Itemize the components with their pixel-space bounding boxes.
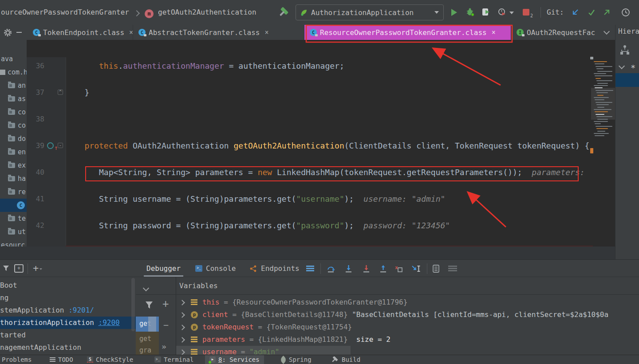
fold-marker[interactable]: -	[58, 143, 63, 148]
tab-console[interactable]: Console	[206, 260, 236, 277]
git-update-button[interactable]	[572, 8, 580, 16]
variable-row-username[interactable]: username = "admin"	[176, 346, 351, 355]
close-icon[interactable]: ×	[492, 28, 496, 36]
debug-button[interactable]	[466, 8, 475, 17]
step-into-icon[interactable]	[344, 265, 353, 273]
project-tree-item-ha[interactable]: ha	[0, 172, 27, 185]
panel-splitter[interactable]	[0, 247, 615, 259]
hierarchy-collapse-icon[interactable]	[619, 63, 625, 69]
project-tree-item-co[interactable]: co	[0, 119, 27, 132]
service-port-link[interactable]: :9200	[99, 318, 120, 327]
console-icon[interactable]: >_	[195, 265, 202, 272]
project-tree-item-te[interactable]: te	[0, 212, 27, 225]
service-item[interactable]: ng	[0, 292, 137, 304]
project-tree-item-co[interactable]: co	[0, 106, 27, 119]
statusbar-item-spring[interactable]: Spring	[280, 355, 312, 364]
drop-frame-icon[interactable]: x	[395, 265, 404, 273]
threads-view-icon[interactable]	[306, 266, 314, 271]
new-window-icon[interactable]: +	[14, 264, 24, 273]
project-tree-item-ava[interactable]: ava	[0, 52, 27, 66]
hierarchy-asterisk-icon[interactable]: ∗	[631, 61, 635, 71]
project-tree-item-en[interactable]: en	[0, 145, 27, 159]
statusbar-item-terminal[interactable]: >_Terminal	[154, 355, 193, 364]
project-tree-item-an[interactable]: an	[0, 79, 27, 92]
remove-watch-icon[interactable]: −	[163, 320, 169, 330]
tab-debugger[interactable]: Debugger	[146, 260, 181, 277]
git-commit-button[interactable]	[588, 8, 596, 16]
close-icon[interactable]: ×	[264, 28, 268, 36]
service-item[interactable]: stemApplication :9201/	[0, 304, 137, 317]
force-step-into-icon[interactable]	[362, 265, 371, 273]
hide-tabs-icon[interactable]	[16, 32, 22, 33]
code-line-39[interactable]: 39- protected OAuth2Authentication getOA…	[27, 139, 615, 153]
service-item[interactable]: nagementApplication	[0, 341, 137, 354]
evaluate-expression-icon[interactable]	[432, 265, 440, 273]
service-port-link[interactable]: :9201/	[68, 306, 94, 314]
frame-item[interactable]: get	[136, 332, 159, 346]
expand-chevron-icon[interactable]	[179, 337, 185, 343]
project-tree-item-as[interactable]: as	[0, 92, 27, 106]
run-with-coverage-button[interactable]	[482, 8, 491, 16]
variables-collapse-icon[interactable]	[143, 285, 149, 291]
frame-item[interactable]: get	[136, 317, 159, 332]
variables-filter-icon[interactable]	[145, 301, 154, 309]
project-tree-item-re[interactable]: re	[0, 185, 27, 199]
stop-button[interactable]	[523, 9, 529, 16]
step-out-icon[interactable]	[379, 265, 388, 273]
expand-chevron-icon[interactable]	[179, 312, 185, 318]
close-icon[interactable]: ×	[129, 28, 133, 36]
statusbar-item-problems[interactable]: Problems	[2, 355, 32, 364]
code-line-37[interactable]: 37^ }	[27, 86, 615, 99]
run-to-cursor-icon[interactable]	[411, 265, 421, 273]
variable-row-this[interactable]: this = {ResourceOwnerPasswordTokenGrante…	[176, 296, 639, 309]
code-line-38[interactable]: 38	[27, 113, 615, 126]
endpoints-icon[interactable]	[249, 265, 257, 273]
expand-chevron-icon[interactable]	[179, 300, 185, 305]
editor-gear-icon[interactable]	[4, 28, 12, 37]
tab-endpoints[interactable]: Endpoints	[261, 260, 300, 277]
add-watch-icon[interactable]: +	[162, 297, 169, 310]
step-over-icon[interactable]	[327, 265, 335, 273]
filter-funnel-icon[interactable]	[3, 265, 10, 272]
breadcrumb-method[interactable]: getOAuth2Authentication	[158, 0, 256, 25]
editor-minimap[interactable]	[593, 61, 614, 181]
tab-list-dropdown-icon[interactable]	[604, 28, 610, 35]
code-line-40[interactable]: 40 Map<String, String> parameters = new …	[27, 166, 615, 179]
project-tree-item-ex[interactable]: ex	[0, 159, 27, 172]
fold-marker[interactable]: ^	[58, 90, 63, 95]
project-tree-item-do[interactable]: do	[0, 132, 27, 145]
run-button[interactable]	[451, 8, 458, 16]
code-line-36[interactable]: 36 this.authenticationManager = authenti…	[27, 59, 615, 73]
project-tree-item-com.h[interactable]: com.h	[0, 66, 27, 79]
override-icon[interactable]	[47, 142, 54, 149]
service-item[interactable]: Boot	[0, 279, 137, 292]
run-configuration-select[interactable]: AuthorizationApplication	[296, 4, 444, 20]
project-tree-item-ut[interactable]: ut	[0, 225, 27, 239]
layout-settings-icon[interactable]	[448, 266, 457, 271]
breadcrumb-class[interactable]: ourceOwnerPasswordTokenGranter	[1, 0, 129, 25]
statusbar-item-checkstyle[interactable]: SCheckStyle	[87, 355, 133, 364]
statusbar-item-build[interactable]: Build	[332, 355, 360, 364]
profiler-button[interactable]	[498, 8, 506, 16]
services-scrollbar[interactable]	[131, 278, 135, 331]
variable-row-parameters[interactable]: parameters = {LinkedHashMap@11821} size …	[176, 333, 639, 346]
add-service-icon[interactable]: +	[33, 262, 43, 274]
hierarchy-structure-icon[interactable]	[619, 44, 631, 56]
profiler-dropdown-icon[interactable]	[509, 12, 514, 14]
statusbar-item-todo[interactable]: TODO	[50, 355, 73, 364]
frame-item[interactable]: gra	[136, 346, 159, 355]
tab-tokenendpoint[interactable]: C TokenEndpoint.class ×	[28, 25, 133, 40]
expand-chevron-icon[interactable]	[179, 325, 185, 330]
service-item[interactable]: tarted	[0, 329, 137, 341]
expand-chevron-icon[interactable]	[179, 349, 185, 355]
variable-row-client[interactable]: pclient = {BaseClientDetails@11748} "Bas…	[176, 309, 639, 321]
project-tree-item-selected-class[interactable]: C	[0, 199, 27, 212]
code-line-41[interactable]: 41 String username = (String)parameters.…	[27, 192, 615, 206]
git-push-button[interactable]	[603, 8, 611, 16]
tab-abstracttokengranter[interactable]: C AbstractTokenGranter.class ×	[133, 25, 304, 40]
more-frames-icon[interactable]: »	[162, 342, 166, 351]
variable-row-tokenRequest[interactable]: ptokenRequest = {TokenRequest@11754}	[176, 321, 639, 333]
local-history-icon[interactable]	[621, 8, 631, 17]
service-item[interactable]: thorizationApplication :9200	[0, 317, 137, 329]
code-line-42[interactable]: 42 String password = (String)parameters.…	[27, 219, 615, 232]
